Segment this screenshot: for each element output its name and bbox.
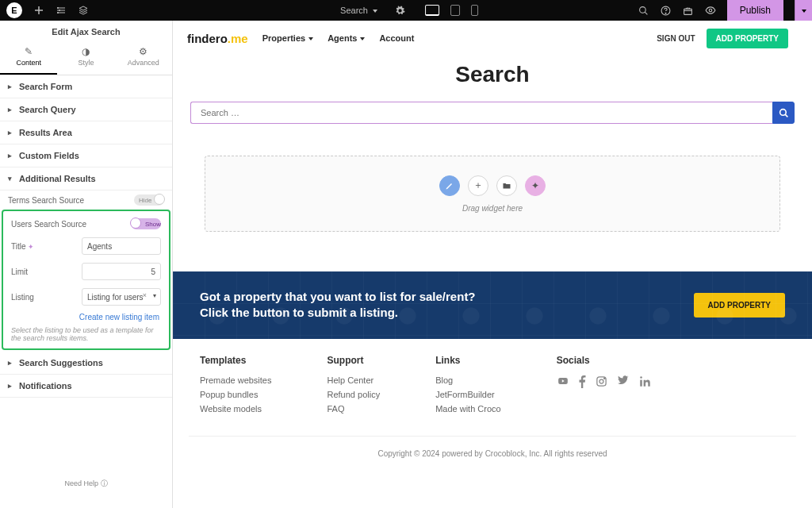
listing-select[interactable]: Listing for users × ▾ [82,288,161,306]
listing-note: Select the listing to be used as a templ… [8,321,164,344]
footer-col-links: Links Blog JetFormBuilder Made with Croc… [435,355,501,418]
layers-icon[interactable] [78,5,89,16]
folder-icon[interactable] [496,175,517,196]
svg-point-1 [59,10,60,11]
instagram-icon[interactable] [596,375,607,388]
facebook-icon[interactable] [579,375,586,388]
svg-point-3 [640,6,646,13]
chevron-down-icon [360,33,365,43]
page-title: Search [173,62,812,87]
linkedin-icon[interactable] [639,375,651,388]
publish-options-button[interactable] [795,0,812,21]
help-icon: ⓘ [101,479,108,487]
mobile-device-icon[interactable] [471,5,478,16]
whats-new-icon[interactable] [683,5,694,16]
section-custom-fields[interactable]: Custom Fields [0,144,172,167]
add-element-icon[interactable] [33,5,44,16]
clear-icon[interactable]: × [143,291,147,299]
svg-point-12 [603,378,604,379]
footer-link[interactable]: Blog [435,375,501,385]
svg-rect-6 [684,9,692,14]
style-icon: ◑ [57,46,114,57]
footer-link[interactable]: Refund policy [327,390,381,399]
footer-link[interactable]: Website models [200,404,272,414]
section-notifications[interactable]: Notifications [0,375,172,398]
preview-icon[interactable] [705,5,716,16]
terms-source-row: Terms Search Source Hide [0,190,172,210]
users-source-label: Users Search Source [11,220,86,229]
sidebar-title: Edit Ajax Search [0,21,172,41]
editor-sidebar: Edit Ajax Search ✎Content ◑Style ⚙Advanc… [0,21,173,508]
limit-field-row: Limit [8,259,164,284]
help-icon[interactable] [661,5,672,16]
tab-advanced[interactable]: ⚙Advanced [115,41,172,75]
search-widget [190,102,795,124]
edit-container-icon[interactable] [439,175,460,196]
empty-container-drop-zone[interactable]: ＋ ✦ Drag widget here [205,156,780,232]
settings-icon[interactable] [395,5,406,16]
sign-out-link[interactable]: SIGN OUT [657,34,695,43]
tab-style[interactable]: ◑Style [57,41,114,75]
footer-link[interactable]: FAQ [327,404,381,414]
create-listing-link[interactable]: Create new listing item [8,310,164,321]
section-search-form[interactable]: Search Form [0,75,172,98]
twitter-icon[interactable] [617,375,630,388]
structure-icon[interactable] [56,5,67,16]
footer-link[interactable]: Help Center [327,375,381,385]
search-submit-button[interactable] [772,102,795,124]
search-input[interactable] [190,102,772,124]
svg-point-7 [709,9,712,12]
users-source-toggle[interactable]: Show [131,218,161,229]
tab-content[interactable]: ✎Content [0,41,57,75]
footer-link[interactable]: JetFormBuilder [435,390,501,399]
listing-label: Listing [11,293,34,302]
footer-col-socials: Socials [557,355,651,418]
add-container-icon[interactable]: ＋ [468,175,488,196]
pencil-icon: ✎ [0,46,57,57]
ai-icon[interactable]: ✦ [525,175,546,196]
chevron-down-icon [308,33,313,43]
need-help-link[interactable]: Need Help ⓘ [0,468,172,508]
tablet-device-icon[interactable] [450,5,460,16]
title-label: Title ✦ [11,242,34,251]
footer-link[interactable]: Premade websites [200,375,272,385]
nav-agents[interactable]: Agents [327,33,365,43]
footer-link[interactable]: Made with Croco [435,404,501,414]
youtube-icon[interactable] [557,375,569,388]
nav-account[interactable]: Account [379,33,414,43]
footer-col-templates: Templates Premade websites Popup bundles… [200,355,272,418]
publish-button[interactable]: Publish [727,0,783,21]
footer-col-support: Support Help Center Refund policy FAQ [327,355,381,418]
desktop-device-icon[interactable] [425,5,439,16]
dynamic-tag-icon[interactable]: ✦ [28,243,34,251]
cta-text: Got a property that you want to list for… [200,289,476,321]
section-results-area[interactable]: Results Area [0,121,172,144]
section-search-suggestions[interactable]: Search Suggestions [0,352,172,375]
editor-topbar: E Search Publish [0,0,812,21]
copyright-text: Copyright © 2024 powered by Crocoblock, … [189,436,796,468]
elementor-logo[interactable]: E [6,2,22,18]
chevron-down-icon [373,6,377,15]
widget-name-label: Search [340,6,368,15]
chevron-down-icon [802,6,806,15]
terms-source-label: Terms Search Source [8,196,84,205]
footer-link[interactable]: Popup bundles [200,390,272,399]
section-search-query[interactable]: Search Query [0,98,172,121]
users-source-highlight: Users Search Source Show Title ✦ Limit L… [3,211,169,348]
site-logo[interactable]: findero.me [187,32,248,45]
svg-point-5 [665,13,666,13]
terms-source-toggle[interactable]: Hide [134,194,164,206]
gear-icon: ⚙ [115,46,172,57]
cta-add-property-button[interactable]: ADD PROPERTY [694,293,785,318]
widget-name-dropdown[interactable]: Search [334,6,384,15]
limit-input[interactable] [82,263,161,280]
add-property-button[interactable]: ADD PROPERTY [707,29,788,48]
finder-icon[interactable] [638,5,649,16]
nav-properties[interactable]: Properties [262,33,313,43]
svg-point-2 [57,12,59,13]
title-input[interactable] [82,237,161,255]
svg-point-8 [779,109,786,115]
section-additional-results[interactable]: Additional Results [0,167,172,190]
site-nav: findero.me Properties Agents Account SIG… [173,21,812,56]
site-footer: Templates Premade websites Popup bundles… [173,339,812,426]
